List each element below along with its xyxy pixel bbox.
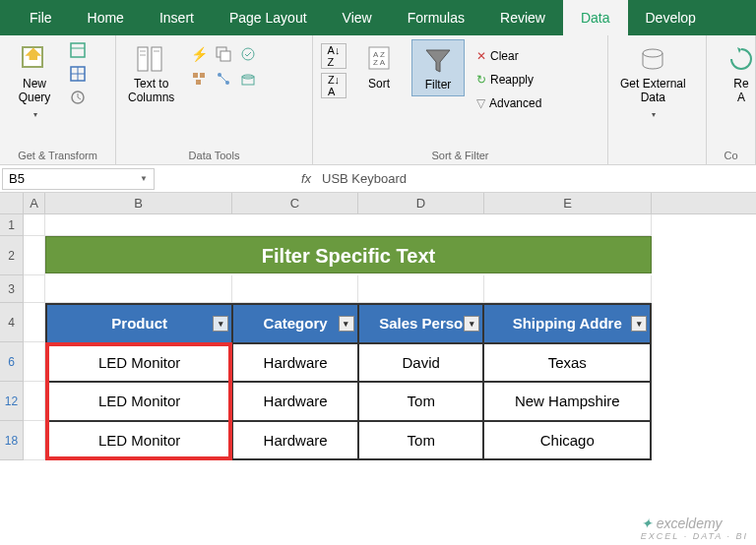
get-external-data-button[interactable]: Get External Data — [616, 39, 690, 124]
refresh-label: Re A — [733, 77, 748, 104]
filter-label: Filter — [425, 78, 452, 91]
svg-point-26 — [643, 49, 662, 57]
dropdown-icon: ▼ — [140, 174, 148, 183]
reapply-button[interactable]: ↻Reapply — [471, 69, 547, 91]
col-header-e[interactable]: E — [484, 193, 652, 213]
external-data-icon — [637, 43, 668, 75]
svg-line-20 — [220, 76, 226, 82]
svg-rect-17 — [196, 80, 201, 85]
reapply-label: Reapply — [490, 73, 534, 87]
group-data-tools: Text to Columns ⚡ Data Tools — [116, 35, 313, 165]
row-header[interactable]: 2 — [0, 236, 24, 275]
filter-dropdown-product[interactable]: ▾ — [213, 316, 228, 332]
filter-button[interactable]: Filter — [411, 39, 465, 96]
text-to-columns-button[interactable]: Text to Columns — [124, 39, 178, 108]
tab-data[interactable]: Data — [563, 0, 628, 35]
cell-category[interactable]: Hardware — [232, 343, 358, 383]
cell-shipping[interactable]: Texas — [483, 343, 651, 383]
row-header[interactable]: 6 — [0, 342, 24, 382]
table-header-sales: Sales Perso▾ — [358, 304, 484, 343]
tab-formulas[interactable]: Formulas — [390, 0, 482, 35]
sort-asc-icon[interactable]: A↓Z — [321, 43, 346, 69]
show-queries-icon[interactable] — [67, 39, 89, 61]
new-query-icon — [19, 43, 50, 75]
filter-dropdown-category[interactable]: ▾ — [339, 316, 354, 332]
data-validation-icon[interactable] — [237, 43, 259, 65]
watermark: ✦ exceldemy EXCEL · DATA · BI — [641, 515, 748, 541]
sort-icon: A ZZ A — [363, 43, 395, 75]
get-external-label: Get External Data — [620, 77, 686, 104]
text-to-columns-icon — [136, 43, 167, 75]
sort-button[interactable]: A ZZ A Sort — [352, 39, 406, 94]
formula-bar: B5 ▼ fx — [0, 165, 756, 193]
row-header[interactable]: 18 — [0, 421, 24, 460]
name-box[interactable]: B5 ▼ — [2, 168, 155, 190]
sort-label: Sort — [368, 77, 390, 91]
fx-icon[interactable]: fx — [296, 171, 316, 186]
cell-sales[interactable]: David — [358, 343, 484, 383]
advanced-icon: ▽ — [476, 96, 485, 110]
table-header-shipping: Shipping Addre▾ — [483, 304, 651, 343]
refresh-icon — [725, 43, 756, 75]
clear-icon: ✕ — [476, 49, 486, 63]
sort-desc-icon[interactable]: Z↓A — [321, 73, 346, 98]
tab-view[interactable]: View — [325, 0, 390, 35]
cell-shipping[interactable]: Chicago — [483, 421, 651, 460]
col-header-c[interactable]: C — [232, 193, 358, 213]
dropdown-icon — [32, 106, 37, 120]
tab-review[interactable]: Review — [482, 0, 563, 35]
tab-pagelayout[interactable]: Page Layout — [212, 0, 325, 35]
group-external: Get External Data — [608, 35, 707, 165]
advanced-label: Advanced — [489, 96, 541, 110]
group-label-data-tools: Data Tools — [124, 148, 304, 163]
worksheet: A B C D E 1 2 Filter Specific Text 3 4 6… — [0, 193, 756, 460]
tab-developer[interactable]: Develop — [628, 0, 714, 35]
cell-product[interactable]: LED Monitor — [46, 421, 232, 460]
group-get-transform: New Query Get & Transform — [0, 35, 116, 165]
cell-product[interactable]: LED Monitor — [46, 382, 232, 421]
group-label-sort-filter: Sort & Filter — [321, 148, 599, 163]
tab-insert[interactable]: Insert — [142, 0, 212, 35]
row-header[interactable]: 1 — [0, 214, 24, 236]
menu-tabs: File Home Insert Page Layout View Formul… — [0, 0, 756, 35]
advanced-button[interactable]: ▽Advanced — [471, 92, 547, 114]
from-table-icon[interactable] — [67, 63, 89, 85]
tab-home[interactable]: Home — [70, 0, 142, 35]
new-query-button[interactable]: New Query — [8, 39, 61, 124]
tab-file[interactable]: File — [12, 0, 70, 35]
table-header-category: Category▾ — [232, 304, 358, 343]
svg-point-14 — [242, 48, 254, 60]
filter-dropdown-sales[interactable]: ▾ — [464, 316, 479, 332]
col-header-d[interactable]: D — [358, 193, 484, 213]
filter-dropdown-shipping[interactable]: ▾ — [631, 316, 647, 332]
reapply-icon: ↻ — [476, 73, 486, 87]
svg-rect-15 — [193, 73, 198, 78]
cell-category[interactable]: Hardware — [232, 421, 358, 460]
table-header-product: Product▾ — [46, 304, 232, 343]
row-header[interactable]: 4 — [0, 303, 24, 342]
data-table: Product▾ Category▾ Sales Perso▾ Shipping… — [45, 303, 652, 460]
clear-button[interactable]: ✕Clear — [471, 45, 547, 67]
select-all-corner[interactable] — [0, 193, 24, 213]
cell-category[interactable]: Hardware — [232, 382, 358, 421]
col-header-b[interactable]: B — [45, 193, 232, 213]
table-row: LED Monitor Hardware Tom New Hampshire — [46, 382, 651, 421]
col-header-a[interactable]: A — [24, 193, 45, 213]
table-row: LED Monitor Hardware David Texas — [46, 343, 651, 383]
title-banner: Filter Specific Text — [45, 236, 652, 273]
cell-shipping[interactable]: New Hampshire — [483, 382, 651, 421]
cell-product[interactable]: LED Monitor — [46, 343, 232, 383]
recent-sources-icon[interactable] — [67, 87, 89, 108]
cell-sales[interactable]: Tom — [358, 382, 484, 421]
manage-data-model-icon[interactable] — [237, 68, 259, 90]
relationships-icon[interactable] — [213, 68, 234, 90]
refresh-all-button[interactable]: Re A — [715, 39, 756, 108]
consolidate-icon[interactable] — [188, 68, 210, 90]
cell-sales[interactable]: Tom — [358, 421, 484, 460]
row-header[interactable]: 12 — [0, 382, 24, 421]
group-label-get-transform: Get & Transform — [8, 148, 107, 163]
flash-fill-icon[interactable]: ⚡ — [188, 43, 210, 65]
row-header[interactable]: 3 — [0, 275, 24, 303]
remove-duplicates-icon[interactable] — [213, 43, 234, 65]
formula-input[interactable] — [316, 168, 756, 190]
